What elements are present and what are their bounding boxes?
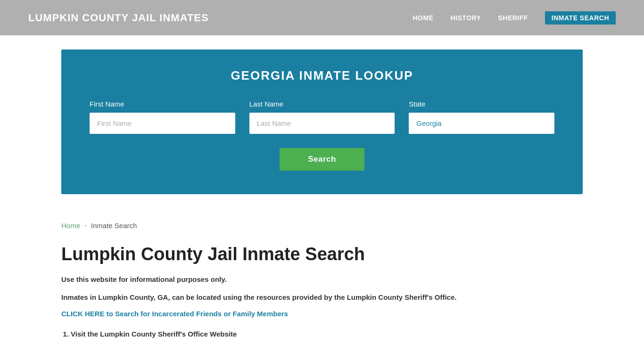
click-here-link[interactable]: CLICK HERE to Search for Incarcerated Fr… [61, 310, 288, 318]
search-btn-row: Search [90, 148, 554, 171]
search-fields-row: First Name Last Name State [90, 100, 554, 134]
list-item-1: Visit the Lumpkin County Sheriff's Offic… [71, 330, 583, 338]
last-name-label: Last Name [249, 100, 395, 108]
last-name-group: Last Name [249, 100, 395, 134]
steps-list: Visit the Lumpkin County Sheriff's Offic… [61, 330, 583, 338]
first-name-input[interactable] [90, 113, 235, 134]
state-input[interactable] [409, 113, 554, 134]
page-title: Lumpkin County Jail Inmate Search [61, 244, 583, 265]
breadcrumb-separator: • [85, 223, 86, 228]
main-nav: HOME HISTORY SHERIFF INMATE SEARCH [413, 11, 616, 25]
state-group: State [409, 100, 554, 134]
nav-sheriff[interactable]: SHERIFF [498, 14, 528, 22]
nav-inmate-search[interactable]: INMATE SEARCH [545, 11, 616, 25]
search-button[interactable]: Search [280, 148, 364, 171]
lookup-title: GEORGIA INMATE LOOKUP [90, 68, 554, 83]
info-text-1: Use this website for informational purpo… [61, 274, 583, 285]
nav-history[interactable]: HISTORY [451, 14, 481, 22]
info-text-1-strong: Use this website for informational purpo… [61, 275, 227, 283]
first-name-label: First Name [90, 100, 235, 108]
breadcrumb-home-link[interactable]: Home [61, 222, 80, 230]
inmate-lookup-panel: GEORGIA INMATE LOOKUP First Name Last Na… [61, 49, 583, 194]
info-text-2-strong: Inmates in Lumpkin County, GA, can be lo… [61, 293, 456, 301]
first-name-group: First Name [90, 100, 235, 134]
nav-home[interactable]: HOME [413, 14, 434, 22]
state-label: State [409, 100, 554, 108]
breadcrumb: Home • Inmate Search [0, 208, 644, 234]
site-header: LUMPKIN COUNTY JAIL INMATES HOME HISTORY… [0, 0, 644, 35]
info-text-2: Inmates in Lumpkin County, GA, can be lo… [61, 292, 583, 303]
last-name-input[interactable] [249, 113, 395, 134]
breadcrumb-current-page: Inmate Search [91, 222, 137, 230]
main-content: Lumpkin County Jail Inmate Search Use th… [0, 234, 644, 357]
site-title: LUMPKIN COUNTY JAIL INMATES [28, 12, 209, 24]
